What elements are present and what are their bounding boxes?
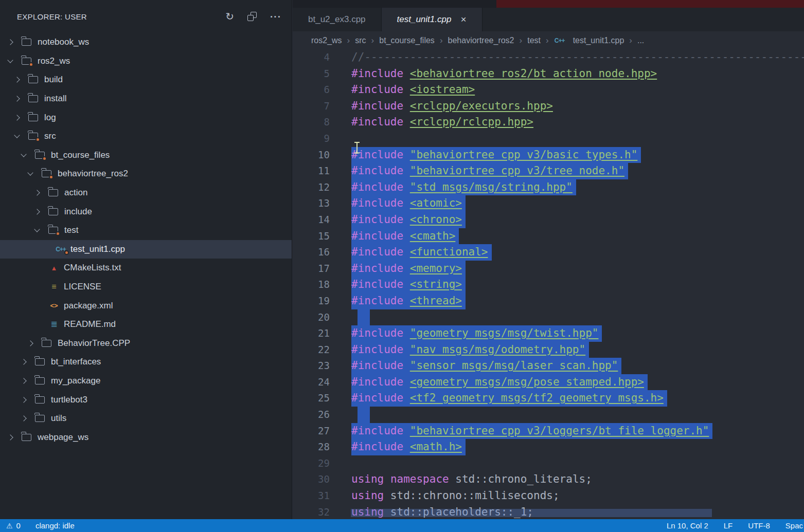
close-icon[interactable]: × <box>460 14 466 25</box>
language-server-status[interactable]: clangd: idle <box>35 521 75 530</box>
folder-icon <box>48 208 58 215</box>
code-line[interactable]: 24#include <geometry_msgs/msg/pose_stamp… <box>293 374 804 391</box>
code-line[interactable]: 20 <box>293 309 804 326</box>
code-line[interactable]: 17#include <memory> <box>293 261 804 277</box>
breadcrumb-chevron-icon: › <box>520 35 523 46</box>
folder-icon <box>22 39 31 46</box>
code-line[interactable]: 13#include <atomic> <box>293 195 804 212</box>
tree-item-install[interactable]: install <box>0 89 292 108</box>
code-line[interactable]: 8#include <rclcpp/rclcpp.hpp> <box>293 114 804 131</box>
tree-item-CMakeLists.txt[interactable]: ▲CMakeLists.txt <box>0 259 292 278</box>
tree-item-test[interactable]: test <box>0 221 292 240</box>
chevron-down-icon[interactable] <box>14 135 28 137</box>
code-line[interactable]: 14#include <chrono> <box>293 212 804 228</box>
tree-item-package.xml[interactable]: <>package.xml <box>0 296 292 315</box>
breadcrumb-item-test_unit1.cpp[interactable]: C++test_unit1.cpp <box>554 36 624 45</box>
tree-item-include[interactable]: include <box>0 202 292 221</box>
chevron-right-icon[interactable] <box>14 78 28 82</box>
tree-item-bt_interfaces[interactable]: bt_interfaces <box>0 353 292 372</box>
folder-icon <box>28 95 38 102</box>
chevron-right-icon[interactable] <box>14 97 28 101</box>
tree-item-log[interactable]: log <box>0 108 292 127</box>
code-line[interactable]: 22#include "nav_msgs/msg/odometry.hpp" <box>293 342 804 358</box>
chevron-down-icon[interactable] <box>34 229 48 231</box>
chevron-down-icon[interactable] <box>27 173 42 175</box>
breadcrumb-item-bt_course_files[interactable]: bt_course_files <box>379 36 435 45</box>
code-line[interactable]: 26 <box>293 407 804 423</box>
code-line[interactable]: 21#include "geometry_msgs/msg/twist.hpp" <box>293 325 804 342</box>
code-line[interactable]: 9 <box>293 131 804 147</box>
code-line[interactable]: 5#include <behaviortree_ros2/bt_action_n… <box>293 66 804 82</box>
chevron-right-icon[interactable] <box>21 360 35 364</box>
more-actions-icon[interactable]: ··· <box>270 12 281 22</box>
collapse-folders-icon[interactable] <box>247 12 257 21</box>
code-line[interactable]: 31using std::chrono::milliseconds; <box>293 488 804 504</box>
tree-item-README.md[interactable]: ≣README.md <box>0 315 292 334</box>
code-line[interactable]: 25#include <tf2_geometry_msgs/tf2_geomet… <box>293 390 804 407</box>
chevron-right-icon[interactable] <box>21 379 35 383</box>
code-token: #include <box>351 116 410 128</box>
refresh-icon[interactable]: ↻ <box>225 11 234 22</box>
code-line[interactable]: 10#include "behaviortree_cpp_v3/basic_ty… <box>293 147 804 163</box>
breadcrumb: ros2_ws›src›bt_course_files›behaviortree… <box>293 31 804 49</box>
tree-item-behaviortree_ros2[interactable]: behaviortree_ros2 <box>0 164 292 184</box>
tree-item-ros2_ws[interactable]: ros2_ws <box>0 52 292 71</box>
breadcrumb-item-behaviortree_ros2[interactable]: behaviortree_ros2 <box>448 36 514 45</box>
chevron-right-icon[interactable] <box>7 435 22 439</box>
tree-item-action[interactable]: action <box>0 184 292 203</box>
code-editor[interactable]: 4//-------------------------------------… <box>293 49 804 519</box>
chevron-down-icon[interactable] <box>21 154 35 156</box>
line-number: 20 <box>293 309 330 326</box>
chevron-right-icon[interactable] <box>7 40 22 44</box>
tree-item-notebook_ws[interactable]: notebook_ws <box>0 33 292 52</box>
tree-item-utils[interactable]: utils <box>0 409 292 428</box>
code-line[interactable]: 11#include "behaviortree_cpp_v3/tree_nod… <box>293 163 804 179</box>
code-line[interactable]: 12#include "std_msgs/msg/string.hpp" <box>293 179 804 196</box>
tree-item-my_package[interactable]: my_package <box>0 372 292 391</box>
tree-item-build[interactable]: build <box>0 70 292 89</box>
chevron-right-icon[interactable] <box>21 416 35 420</box>
tree-item-webpage_ws[interactable]: webpage_ws <box>0 428 292 447</box>
code-line[interactable]: 7#include <rclcpp/executors.hpp> <box>293 98 804 115</box>
code-line[interactable]: 28#include <math.h> <box>293 439 804 455</box>
code-line-content: #include <chrono> <box>351 212 466 228</box>
chevron-right-icon[interactable] <box>21 398 35 402</box>
tree-item-bt_course_files[interactable]: bt_course_files <box>0 146 292 165</box>
code-line[interactable]: 18#include <string> <box>293 277 804 293</box>
chevron-right-icon[interactable] <box>14 116 28 120</box>
code-line[interactable]: 29 <box>293 455 804 472</box>
code-token: //--------------------------------------… <box>351 51 804 63</box>
tree-item-label: include <box>64 207 92 217</box>
chevron-down-icon[interactable] <box>7 60 22 62</box>
code-line[interactable]: 27#include "behaviortree_cpp_v3/loggers/… <box>293 423 804 439</box>
tree-item-src[interactable]: src <box>0 127 292 146</box>
encoding-indicator[interactable]: UTF-8 <box>748 521 770 530</box>
tree-item-test_unit1.cpp[interactable]: C++test_unit1.cpp <box>0 240 292 259</box>
code-line[interactable]: 4//-------------------------------------… <box>293 49 804 66</box>
code-token: <iostream> <box>410 83 475 96</box>
breadcrumb-label: bt_course_files <box>379 36 435 45</box>
tab-test_unit1.cpp[interactable]: test_unit1.cpp× <box>382 8 483 31</box>
chevron-right-icon[interactable] <box>34 210 48 214</box>
code-line[interactable]: 23#include "sensor_msgs/msg/laser_scan.h… <box>293 358 804 374</box>
code-line[interactable]: 15#include <cmath> <box>293 228 804 245</box>
indentation-indicator[interactable]: Spac <box>785 521 803 530</box>
problems-indicator[interactable]: ⚠ 0 clangd: idle <box>0 521 75 530</box>
eol-indicator[interactable]: LF <box>724 521 733 530</box>
tree-item-turtlebot3[interactable]: turtlebot3 <box>0 390 292 409</box>
chevron-right-icon[interactable] <box>27 341 42 345</box>
tree-item-LICENSE[interactable]: ≡LICENSE <box>0 278 292 297</box>
code-line[interactable]: 16#include <functional> <box>293 244 804 261</box>
code-line[interactable]: 6#include <iostream> <box>293 82 804 98</box>
tree-item-BehaviorTree.CPP[interactable]: BehaviorTree.CPP <box>0 334 292 353</box>
breadcrumb-item-ros2_ws[interactable]: ros2_ws <box>311 36 342 45</box>
breadcrumb-item-...[interactable]: ... <box>637 36 644 45</box>
code-line[interactable]: 30using namespace std::chrono_literals; <box>293 471 804 488</box>
cursor-position[interactable]: Ln 10, Col 2 <box>667 521 708 530</box>
chevron-right-icon[interactable] <box>34 191 48 195</box>
tab-bt_u2_ex3.cpp[interactable]: bt_u2_ex3.cpp <box>293 8 382 31</box>
breadcrumb-item-test[interactable]: test <box>527 36 541 45</box>
horizontal-scrollbar[interactable] <box>351 509 712 517</box>
breadcrumb-item-src[interactable]: src <box>355 36 366 45</box>
code-line[interactable]: 19#include <thread> <box>293 293 804 309</box>
